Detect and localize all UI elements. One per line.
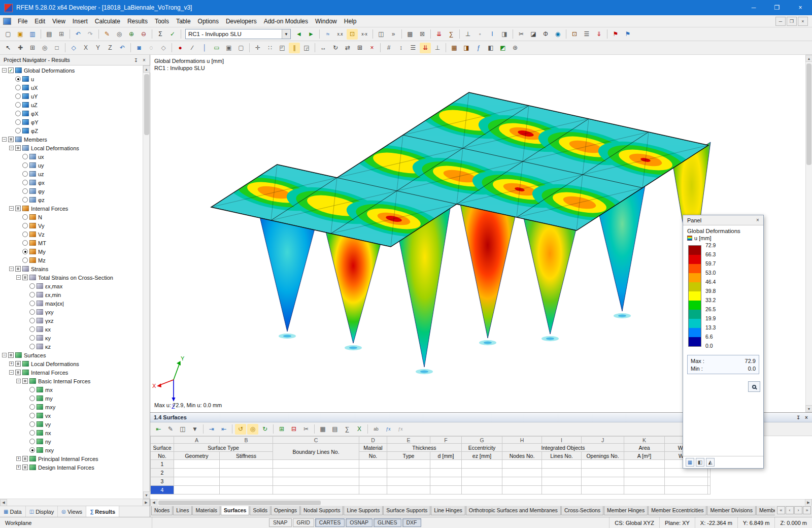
- checkbox-icon[interactable]: [22, 465, 28, 470]
- table-cell[interactable]: [273, 486, 359, 494]
- tree-item-41-vy[interactable]: vy: [0, 420, 143, 428]
- refresh-table-icon[interactable]: ↻: [259, 424, 270, 435]
- array-copy-icon[interactable]: ⊞: [354, 43, 365, 53]
- table-cell[interactable]: [582, 477, 624, 486]
- table-cell[interactable]: [273, 460, 359, 469]
- table-tab-nav-0[interactable]: «: [777, 506, 785, 514]
- tree-item-38-my[interactable]: my: [0, 394, 143, 403]
- table-row-3[interactable]: 3: [151, 477, 710, 486]
- table-tab-lines[interactable]: Lines: [173, 506, 192, 515]
- tree-expander-icon[interactable]: −: [9, 206, 14, 211]
- loads-icon[interactable]: ⇊: [433, 29, 445, 40]
- tables-toggle-icon[interactable]: ▦: [449, 43, 460, 53]
- check-data-icon[interactable]: ✓: [167, 29, 178, 40]
- export-table-icon[interactable]: ⇤: [218, 424, 229, 435]
- radio-icon[interactable]: [29, 447, 35, 453]
- combo-dropdown-icon[interactable]: ▼: [282, 29, 290, 39]
- radio-icon[interactable]: [29, 283, 35, 289]
- previous-load-case-icon[interactable]: ◄: [293, 29, 304, 40]
- radio-icon[interactable]: [22, 240, 28, 246]
- animation-icon[interactable]: »: [388, 29, 399, 40]
- result-diagrams-icon[interactable]: ◫: [376, 29, 387, 40]
- tree-item-4-uz[interactable]: uZ: [0, 101, 143, 109]
- table-cell[interactable]: [430, 469, 462, 477]
- scrollbar-thumb[interactable]: [806, 63, 811, 165]
- redo-icon[interactable]: ↷: [85, 29, 96, 40]
- calculate-all-icon[interactable]: Σ: [155, 29, 166, 40]
- table-cell[interactable]: [430, 486, 462, 494]
- radio-icon[interactable]: [29, 395, 35, 401]
- table-cell[interactable]: [462, 460, 502, 469]
- radio-icon[interactable]: [22, 197, 28, 203]
- scroll-left-icon[interactable]: ◀: [150, 499, 157, 506]
- new-file-icon[interactable]: ▢: [3, 29, 14, 40]
- tree-expander-icon[interactable]: −: [2, 137, 7, 142]
- menu-item-calculate[interactable]: Calculate: [91, 16, 124, 26]
- table-cell[interactable]: [624, 477, 665, 486]
- insert-row-icon[interactable]: ⊞: [276, 424, 287, 435]
- load-combinations-icon[interactable]: ∑: [446, 29, 457, 40]
- export-pdf-icon[interactable]: ⇓: [593, 29, 604, 40]
- table-cell[interactable]: [502, 477, 542, 486]
- tree-item-46-design-internal-forces[interactable]: +Design Internal Forces: [0, 463, 143, 472]
- panel-details-button[interactable]: [748, 381, 760, 392]
- table-cell[interactable]: [220, 460, 273, 469]
- radio-icon[interactable]: [22, 180, 28, 185]
- table-cell[interactable]: [174, 460, 220, 469]
- table-cell[interactable]: [624, 486, 665, 494]
- tree-expander-icon[interactable]: +: [16, 456, 21, 461]
- tree-item-10-ux[interactable]: ux: [0, 152, 143, 161]
- materials-icon[interactable]: ◨: [499, 29, 510, 40]
- scroll-up-icon[interactable]: ▲: [143, 65, 150, 73]
- table-tab-nodal-supports[interactable]: Nodal Supports: [300, 506, 343, 515]
- table-cell[interactable]: [502, 469, 542, 477]
- snap-toggle-icon[interactable]: ✛: [252, 43, 263, 53]
- visibility-icon[interactable]: ◉: [552, 29, 563, 40]
- scroll-down-icon[interactable]: ▼: [805, 405, 812, 412]
- radio-icon[interactable]: [22, 257, 28, 263]
- edit-pen-icon[interactable]: ✎: [101, 29, 113, 40]
- table-pin-button[interactable]: ↧: [794, 414, 802, 421]
- tree-item-30-x[interactable]: κx: [0, 325, 143, 334]
- clip-plane-icon[interactable]: ◪: [528, 29, 539, 40]
- column-letter-D[interactable]: D: [359, 437, 387, 444]
- edit-mode-icon[interactable]: ✎: [165, 424, 176, 435]
- checkbox-icon[interactable]: [8, 352, 14, 358]
- table-cell[interactable]: [359, 477, 387, 486]
- menu-item-help[interactable]: Help: [341, 16, 360, 26]
- tree-item-39-mxy[interactable]: mxy: [0, 403, 143, 411]
- color-render-icon[interactable]: ◩: [497, 43, 509, 53]
- tree-expander-icon[interactable]: −: [9, 370, 14, 375]
- tree-item-13-x[interactable]: φx: [0, 178, 143, 187]
- view-x-icon[interactable]: Χ: [80, 43, 91, 53]
- tree-expander-icon[interactable]: −: [16, 379, 21, 383]
- tree-item-1-u[interactable]: u: [0, 75, 143, 83]
- tree-expander-icon[interactable]: −: [9, 267, 14, 271]
- open-file-icon[interactable]: ▣: [15, 29, 26, 40]
- table-tab-surface-supports[interactable]: Surface Supports: [383, 506, 430, 515]
- table-cell[interactable]: [387, 469, 430, 477]
- panel-display-factors-button[interactable]: ◭: [706, 458, 715, 467]
- table-tab-openings[interactable]: Openings: [271, 506, 300, 515]
- panel-color-scale-button[interactable]: ▦: [686, 458, 694, 467]
- view-z-icon[interactable]: Ζ: [105, 43, 116, 53]
- load-case-combo[interactable]: RC1 - Inviluppo SLU ▼: [185, 29, 291, 39]
- checkbox-icon[interactable]: [22, 456, 28, 461]
- scrollbar-thumb[interactable]: [158, 501, 321, 505]
- tree-item-2-ux[interactable]: uX: [0, 83, 143, 92]
- menu-item-insert[interactable]: Insert: [69, 16, 91, 26]
- radio-icon[interactable]: [29, 292, 35, 298]
- radio-icon[interactable]: [29, 439, 35, 444]
- flag-red-icon[interactable]: ⚑: [610, 29, 621, 40]
- table-cell[interactable]: [273, 477, 359, 486]
- tree-expander-icon[interactable]: −: [2, 353, 7, 357]
- menu-item-developers[interactable]: Developers: [222, 16, 260, 26]
- checkbox-icon[interactable]: [15, 206, 21, 211]
- mdi-restore-button[interactable]: ❐: [787, 17, 797, 26]
- tree-item-25-x-max[interactable]: εx,max: [0, 282, 143, 290]
- render-wireframe-icon[interactable]: ◇: [158, 43, 169, 53]
- tree-item-34-local-deformations[interactable]: +Local Deformations: [0, 359, 143, 368]
- table-cell[interactable]: [624, 469, 665, 477]
- tree-item-24-total-strains-on-cross-section[interactable]: −Total Strains on Cross-Section: [0, 273, 143, 282]
- table-cell[interactable]: [462, 486, 502, 494]
